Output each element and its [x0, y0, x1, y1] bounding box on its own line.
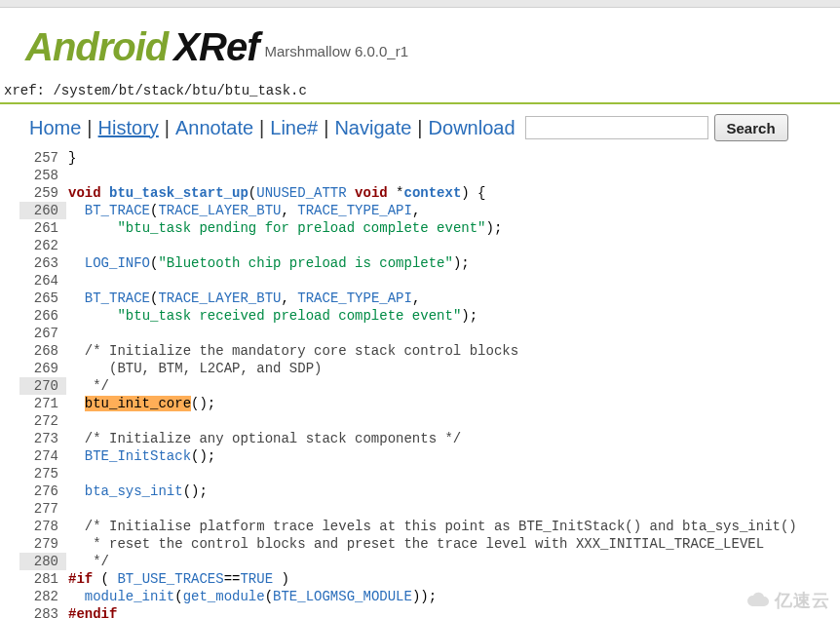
token-func[interactable]: TRUE: [240, 571, 273, 587]
line-number[interactable]: 275: [19, 465, 66, 483]
token-plain: (: [248, 185, 256, 201]
token-plain: [347, 185, 355, 201]
code-content[interactable]: [66, 272, 821, 290]
token-func[interactable]: TRACE_LAYER_BTU: [158, 203, 281, 218]
code-content[interactable]: bta_sys_init();: [66, 483, 821, 500]
code-content[interactable]: BTE_InitStack();: [66, 447, 821, 465]
token-str: "Bluetooth chip preload is complete": [158, 255, 452, 271]
token-kw: void: [355, 185, 388, 201]
nav-download[interactable]: Download: [429, 117, 515, 139]
code-content[interactable]: #endif: [66, 605, 821, 618]
line-number[interactable]: 281: [19, 570, 66, 588]
code-content[interactable]: BT_TRACE(TRACE_LAYER_BTU, TRACE_TYPE_API…: [66, 290, 821, 307]
line-number[interactable]: 265: [19, 290, 66, 307]
line-number[interactable]: 276: [19, 483, 66, 500]
line-number[interactable]: 263: [19, 254, 66, 272]
source-code-view[interactable]: 257}258 259void btu_task_start_up(UNUSED…: [19, 149, 821, 618]
code-content[interactable]: [66, 325, 821, 342]
token-plain: ,: [412, 203, 420, 218]
code-content[interactable]: "btu_task received preload complete even…: [66, 307, 821, 325]
line-number[interactable]: 269: [19, 360, 66, 377]
search-button[interactable]: Search: [714, 114, 788, 141]
line-number[interactable]: 259: [19, 184, 66, 202]
token-func[interactable]: TRACE_TYPE_API: [297, 203, 412, 218]
line-number[interactable]: 268: [19, 342, 66, 360]
token-ident[interactable]: btu_task_start_up: [109, 185, 248, 201]
line-number[interactable]: 283: [19, 605, 66, 618]
line-number[interactable]: 270: [19, 377, 66, 395]
line-number[interactable]: 278: [19, 518, 66, 535]
code-content[interactable]: }: [66, 149, 821, 167]
code-content[interactable]: */: [66, 377, 821, 395]
line-number[interactable]: 257: [19, 149, 66, 167]
token-func[interactable]: BTE_LOGMSG_MODULE: [273, 589, 412, 604]
code-content[interactable]: btu_init_core();: [66, 395, 821, 412]
code-content[interactable]: (BTU, BTM, L2CAP, and SDP): [66, 360, 821, 377]
search-input[interactable]: [525, 116, 708, 139]
token-plain: [68, 290, 85, 306]
line-number[interactable]: 266: [19, 307, 66, 325]
nav-annotate[interactable]: Annotate: [175, 117, 253, 139]
token-plain: [68, 220, 117, 236]
token-ident[interactable]: context: [404, 185, 462, 201]
code-content[interactable]: */: [66, 553, 821, 570]
line-number[interactable]: 272: [19, 412, 66, 430]
line-number[interactable]: 267: [19, 325, 66, 342]
code-content[interactable]: #if ( BT_USE_TRACES==TRUE ): [66, 570, 821, 588]
token-func[interactable]: UNUSED_ATTR: [256, 185, 346, 201]
line-number[interactable]: 262: [19, 237, 66, 254]
xref-path-value[interactable]: /system/bt/stack/btu/btu_task.c: [53, 83, 306, 98]
breadcrumb: xref: /system/bt/stack/btu/btu_task.c: [2, 81, 821, 100]
code-line: 265 BT_TRACE(TRACE_LAYER_BTU, TRACE_TYPE…: [19, 290, 821, 307]
code-content[interactable]: [66, 167, 821, 184]
token-plain: [68, 536, 93, 552]
code-content[interactable]: /* Initialize the mandatory core stack c…: [66, 342, 821, 360]
nav-line[interactable]: Line#: [270, 117, 318, 139]
line-number[interactable]: 271: [19, 395, 66, 412]
line-number[interactable]: 279: [19, 535, 66, 553]
line-number[interactable]: 273: [19, 430, 66, 447]
line-number[interactable]: 274: [19, 447, 66, 465]
token-plain: );: [461, 308, 477, 324]
code-content[interactable]: /* Initialize any optional stack compone…: [66, 430, 821, 447]
line-number[interactable]: 261: [19, 219, 66, 237]
code-line: 257}: [19, 149, 821, 167]
token-func[interactable]: TRACE_TYPE_API: [297, 290, 412, 306]
line-number[interactable]: 277: [19, 500, 66, 518]
token-func[interactable]: BT_TRACE: [85, 203, 150, 218]
line-number[interactable]: 258: [19, 167, 66, 184]
nav-navigate[interactable]: Navigate: [334, 117, 411, 139]
code-content[interactable]: [66, 500, 821, 518]
code-content[interactable]: LOG_INFO("Bluetooth chip preload is comp…: [66, 254, 821, 272]
nav-home[interactable]: Home: [29, 117, 81, 139]
page-content: AndroidXRef Marshmallow 6.0.0_r1 xref: /…: [0, 8, 840, 618]
token-func[interactable]: BT_TRACE: [85, 290, 150, 306]
token-func[interactable]: LOG_INFO: [85, 255, 150, 271]
code-content[interactable]: /* Initialise platform trace levels at t…: [66, 518, 821, 535]
code-content[interactable]: [66, 412, 821, 430]
code-content[interactable]: module_init(get_module(BTE_LOGMSG_MODULE…: [66, 588, 821, 605]
code-content[interactable]: [66, 465, 821, 483]
token-hl[interactable]: btu_init_core: [85, 396, 191, 411]
token-func[interactable]: get_module: [183, 589, 265, 604]
code-content[interactable]: "btu_task pending for preload complete e…: [66, 219, 821, 237]
line-number[interactable]: 260: [19, 202, 66, 219]
code-line: 272: [19, 412, 821, 430]
token-func[interactable]: BT_USE_TRACES: [117, 571, 223, 587]
token-plain: ,: [281, 203, 297, 218]
token-plain: [68, 396, 85, 411]
line-number[interactable]: 280: [19, 553, 66, 570]
token-func[interactable]: BTE_InitStack: [85, 448, 191, 464]
token-str: "btu_task pending for preload complete e…: [117, 220, 485, 236]
site-logo[interactable]: AndroidXRef Marshmallow 6.0.0_r1: [19, 18, 821, 81]
line-number[interactable]: 282: [19, 588, 66, 605]
line-number[interactable]: 264: [19, 272, 66, 290]
code-content[interactable]: [66, 237, 821, 254]
token-func[interactable]: TRACE_LAYER_BTU: [158, 290, 281, 306]
nav-history[interactable]: History: [98, 117, 159, 139]
token-func[interactable]: bta_sys_init: [85, 483, 183, 499]
code-content[interactable]: void btu_task_start_up(UNUSED_ATTR void …: [66, 184, 821, 202]
code-content[interactable]: BT_TRACE(TRACE_LAYER_BTU, TRACE_TYPE_API…: [66, 202, 821, 219]
code-content[interactable]: * reset the control blocks and preset th…: [66, 535, 821, 553]
token-func[interactable]: module_init: [85, 589, 174, 604]
